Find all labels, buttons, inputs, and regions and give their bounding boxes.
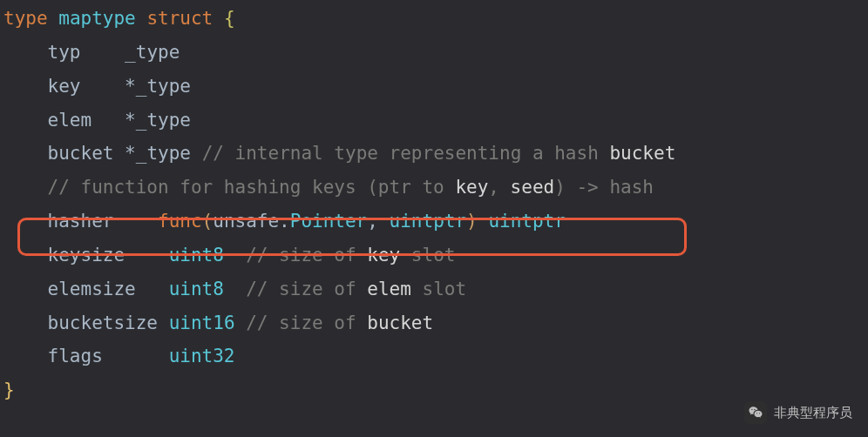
code-line: elemsize uint8 // size of elem slot <box>0 279 466 299</box>
code-line: bucketsize uint16 // size of bucket <box>0 313 433 333</box>
paren-close: ) <box>466 211 478 232</box>
comment-highlight: bucket <box>367 313 433 333</box>
type-uint32: uint32 <box>169 346 235 366</box>
code-line: bucket *_type // internal type represent… <box>0 143 675 164</box>
star: * <box>125 110 136 131</box>
type-uintptr: uintptr <box>488 211 566 232</box>
comment: // function for hashing keys (ptr to <box>48 177 456 198</box>
field-key: key <box>48 76 81 97</box>
comment: , <box>488 177 510 198</box>
code-line: key *_type <box>0 76 191 97</box>
code-line: } <box>0 380 15 400</box>
watermark-text: 非典型程序员 <box>774 400 852 425</box>
comment: // internal type representing a hash <box>202 143 610 164</box>
type-ref: _type <box>125 42 180 63</box>
type-uintptr: uintptr <box>390 211 467 232</box>
field-hasher: hasher <box>48 211 114 232</box>
type-ref: _type <box>136 110 191 131</box>
code-line: elem *_type <box>0 110 191 131</box>
comment: // size of <box>246 245 367 266</box>
brace-open: { <box>224 8 235 29</box>
code-line: typ _type <box>0 42 180 63</box>
paren-open: ( <box>202 211 214 232</box>
comment-highlight: key <box>455 177 488 198</box>
brace-close: } <box>3 380 15 400</box>
type-pointer: Pointer <box>290 211 368 232</box>
comment: // size of <box>246 279 367 299</box>
comment-highlight: seed <box>511 177 555 198</box>
comma: , <box>367 211 389 232</box>
comment-highlight: elem <box>367 279 411 299</box>
field-bucketsize: bucketsize <box>48 313 158 333</box>
code-line: flags uint32 <box>0 346 235 366</box>
dot: . <box>279 211 290 232</box>
comment: slot <box>411 279 466 299</box>
type-uint8: uint8 <box>169 279 224 299</box>
comment: ) -> hash <box>554 177 654 198</box>
keyword-struct: struct <box>146 8 213 29</box>
watermark: 非典型程序员 <box>744 400 852 425</box>
code-block: type maptype struct { typ _type key *_ty… <box>0 2 868 407</box>
field-keysize: keysize <box>48 245 125 266</box>
keyword-type: type <box>3 8 48 29</box>
star: * <box>125 76 136 97</box>
comment-highlight: bucket <box>609 143 675 164</box>
code-line: keysize uint8 // size of key slot <box>0 245 455 266</box>
comment-highlight: key <box>367 245 400 266</box>
code-line: hasher func(unsafe.Pointer, uintptr) uin… <box>0 211 566 232</box>
wechat-icon <box>744 401 767 424</box>
comment: slot <box>400 245 455 266</box>
type-ref: _type <box>136 76 191 97</box>
field-typ: typ <box>48 42 81 63</box>
type-uint16: uint16 <box>169 313 235 333</box>
star: * <box>125 143 136 164</box>
code-line: type maptype struct { <box>0 8 235 29</box>
field-elem: elem <box>48 110 92 131</box>
type-name: maptype <box>58 8 136 29</box>
code-line: // function for hashing keys (ptr to key… <box>0 177 654 198</box>
pkg-unsafe: unsafe <box>213 211 279 232</box>
type-ref: _type <box>136 143 191 164</box>
field-bucket: bucket <box>48 143 114 164</box>
type-uint8: uint8 <box>169 245 224 266</box>
keyword-func: func <box>158 211 202 232</box>
field-elemsize: elemsize <box>48 279 136 299</box>
comment: // size of <box>246 313 367 333</box>
field-flags: flags <box>48 346 103 366</box>
